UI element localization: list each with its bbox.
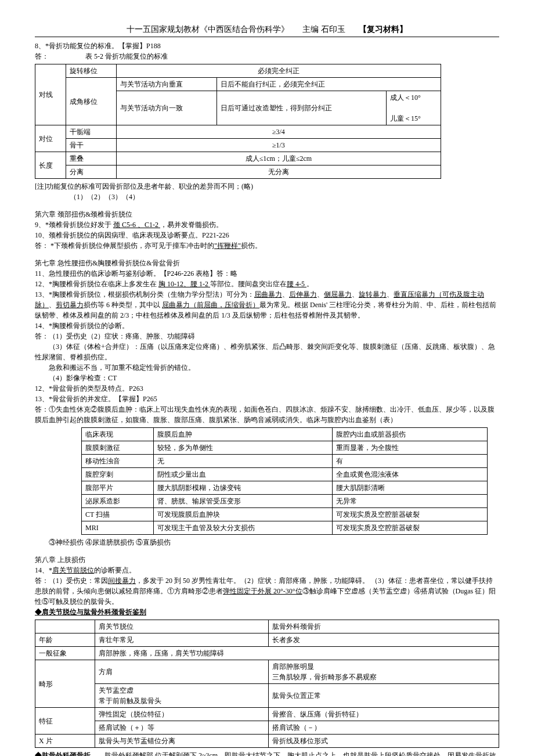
q13xa: 答：①失血性休克②腹膜后血肿：临床上可出现失血性休克的表现，如面色苍白、四肢冰凉… bbox=[35, 404, 499, 425]
cell: 腹腔内出血或脏器损伤 bbox=[332, 428, 487, 441]
doc-material: 【复习材料】 bbox=[359, 23, 407, 35]
cell: 长者多发 bbox=[268, 633, 499, 647]
txt: 肩关节前脱位 bbox=[52, 566, 94, 574]
txt: 胸 10-12、腰 1-2 bbox=[158, 280, 210, 288]
cell: 可发现实质及空腔脏器破裂 bbox=[332, 508, 487, 521]
cell: 无分离 bbox=[116, 165, 441, 179]
cell: 重叠 bbox=[66, 152, 116, 165]
txt: 、 bbox=[387, 290, 394, 298]
cell: 重而显著，为全腹性 bbox=[332, 441, 487, 455]
cell: 分离 bbox=[66, 165, 116, 179]
q14a: 答：（1）受伤史（2）症状：疼痛、肿胀、功能障碍 bbox=[35, 331, 499, 341]
q12x: 12、*骨盆骨折的类型及特点。P263 bbox=[35, 383, 499, 394]
q11: 11、急性腰扭伤的临床诊断与鉴别诊断。【P246-226 表格】答：略 bbox=[35, 268, 499, 279]
doc-title: 十一五国家规划教材《中西医结合骨伤科学》 bbox=[127, 23, 289, 35]
cell: 可发现实质及空腔脏器破裂 bbox=[332, 521, 487, 535]
cell: 无异常 bbox=[332, 495, 487, 508]
q9: 9、*颈椎骨折脱位好发于 颈 C5-6 、C1-2 ，易并发脊髓损伤。 bbox=[35, 219, 499, 230]
txt: 、 bbox=[352, 290, 359, 298]
cell: 肱骨头位置正常 bbox=[268, 684, 499, 708]
txt: 14、* bbox=[35, 566, 52, 574]
txt: 常于前前触及肱骨头 bbox=[99, 697, 161, 705]
t52-note2: （1）（2）（3）（4） bbox=[70, 192, 499, 202]
cell: 肱骨外科颈骨折 bbox=[268, 620, 499, 633]
cell: 一般征象 bbox=[35, 647, 95, 660]
cell: ≥3/4 bbox=[116, 125, 441, 139]
cell: 骨折线及移位形式 bbox=[268, 735, 499, 748]
txt: 、 bbox=[317, 290, 324, 298]
cell: 移动性浊音 bbox=[82, 455, 154, 468]
q8-answer-row: 答： 表 5-2 骨折功能复位的标准 bbox=[35, 51, 499, 62]
txt: 、 bbox=[49, 301, 56, 309]
txt: 。 bbox=[306, 280, 313, 288]
table-5-2-title: 表 5-2 骨折功能复位的标准 bbox=[85, 52, 168, 60]
cell: 泌尿系造影 bbox=[82, 495, 154, 508]
txt: ◆肱骨外科颈骨折 bbox=[35, 751, 91, 756]
cell: X 片 bbox=[35, 735, 95, 748]
q14d: （4）影像学检查：CT bbox=[35, 373, 499, 383]
txt: 侧屈暴力 bbox=[324, 290, 352, 298]
cell: 全血或黄色混浊液体 bbox=[332, 468, 487, 481]
txt: 屈曲暴力 bbox=[254, 290, 282, 298]
txt: 成人＜10° bbox=[390, 93, 421, 102]
cell: 弹性固定（脱位特征） bbox=[95, 708, 269, 721]
txt: ，易并发脊髓损伤。 bbox=[160, 221, 223, 229]
cell: 有 bbox=[332, 455, 487, 468]
cell: 搭肩试验（＋）等 bbox=[95, 721, 269, 735]
cell: 干骺端 bbox=[66, 125, 116, 139]
cell: 腰大肌阴影模糊，边缘变钝 bbox=[154, 481, 333, 495]
cell: 腹膜刺激征 bbox=[82, 441, 154, 455]
cell: 日后可通过改造塑性，得到部分纠正 bbox=[217, 91, 387, 125]
txt: 屈曲暴力（前屈曲，压缩骨折） bbox=[162, 301, 259, 309]
ch7-title: 第七章 急性腰扭伤&胸腰椎骨折脱位&骨盆骨折 bbox=[35, 258, 499, 268]
cell: 阴性或少量出血 bbox=[154, 468, 333, 481]
txt: 三角肌较厚，骨折畸形多不易观察 bbox=[272, 673, 377, 681]
q13: 13、*胸腰椎骨折脱位，根据损伤机制分类（生物力学分型法）可分为：屈曲暴力、后伸… bbox=[35, 289, 499, 321]
txt: 损伤等 6 种类型，其中以 bbox=[84, 301, 162, 309]
cell: 方肩 bbox=[95, 660, 269, 684]
txt: 答：（1）受伤史：常因 bbox=[35, 577, 108, 585]
cell: 肱骨头与关节盂错位分离 bbox=[95, 735, 269, 748]
cell: 腹部平片 bbox=[82, 481, 154, 495]
txt: "挥鞭样" bbox=[214, 242, 241, 250]
txt: 答： *下颈椎骨折脱位伸展型损伤，亦可见于撞车冲击时的 bbox=[35, 242, 214, 250]
header-divider bbox=[35, 37, 499, 37]
txt: 间接暴力 bbox=[108, 577, 136, 585]
humerus-section: ◆肱骨外科颈骨折——肱骨外科颈解部 位于解剖颈下 2~3cm，即肱骨大结节之下，… bbox=[35, 750, 499, 756]
q14-ans: 答：（1）受伤史：常因间接暴力，多发于 20 到 50 岁男性青壮年。（2）症状… bbox=[35, 575, 499, 607]
cell: MRI bbox=[82, 521, 154, 535]
cell: 可发现腹膜后血肿块 bbox=[154, 508, 333, 521]
txt: 腰 4-5 bbox=[287, 280, 306, 288]
txt: 弹性固定于外展 20°-30°位 bbox=[223, 587, 302, 595]
txt: 儿童＜15° bbox=[390, 114, 421, 123]
txt: 9、*颈椎骨折脱位好发于 bbox=[35, 221, 113, 229]
txt: 13、*胸腰椎骨折脱位，根据损伤机制分类（生物力学分型法）可分为： bbox=[35, 290, 254, 298]
txt: 后伸暴力 bbox=[289, 290, 317, 298]
txt: 旋转暴力 bbox=[359, 290, 387, 298]
cell: 肩部肿胀，疼痛，压痛，肩关节功能障碍 bbox=[95, 647, 499, 660]
cell: 旋转移位 bbox=[66, 64, 116, 78]
cell: 较轻，多为单侧性 bbox=[154, 441, 333, 455]
q14b: （3）体征（体检+合并症）：压痛（以压痛来定位疼痛）、椎旁肌紧张、后凸畸形、棘突… bbox=[35, 341, 499, 362]
txt: 颈 C5-6 、C1-2 bbox=[113, 221, 160, 229]
q14: 14、*胸腰椎骨折脱位的诊断。 bbox=[35, 321, 499, 331]
cell: 无 bbox=[154, 455, 333, 468]
cell: 成角移位 bbox=[66, 78, 116, 125]
q10: 10、颈椎骨折脱位的病因病理、临床表现及诊断要点。P221-226 bbox=[35, 230, 499, 240]
cell: 肩部肿胀明显 三角肌较厚，骨折畸形多不易观察 bbox=[268, 660, 499, 684]
q10-ans: 答： *下颈椎骨折脱位伸展型损伤，亦可见于撞车冲击时的"挥鞭样"损伤。 bbox=[35, 240, 499, 251]
cell: 腹腔穿刺 bbox=[82, 468, 154, 481]
cell: CT 扫描 bbox=[82, 508, 154, 521]
table-abdomen: 临床表现 腹膜后血肿 腹腔内出血或脏器损伤 腹膜刺激征较轻，多为单侧性重而显著，… bbox=[81, 427, 488, 535]
cell: 可发现主干血管及较大分支损伤 bbox=[154, 521, 333, 535]
cell: 骨干 bbox=[66, 139, 116, 152]
cell: 搭肩试验（－） bbox=[268, 721, 499, 735]
cell: 日后不能自行纠正，必须完全纠正 bbox=[217, 78, 441, 91]
cell: 特征 bbox=[35, 708, 95, 735]
cell: 关节盂空虚 常于前前触及肱骨头 bbox=[95, 684, 269, 708]
q14c: 急救和搬运不当，可加重不稳定性骨折的错位。 bbox=[35, 362, 499, 373]
cell: 年龄 bbox=[35, 633, 95, 647]
cell: 骨擦音、纵压痛（骨折特征） bbox=[268, 708, 499, 721]
cell: 腹膜后血肿 bbox=[154, 428, 333, 441]
txt: 肩部肿胀明显 bbox=[272, 663, 314, 671]
